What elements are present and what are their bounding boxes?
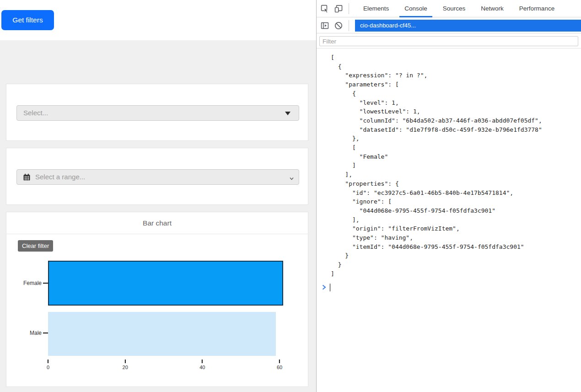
select-placeholder: Select... (23, 106, 48, 120)
x-axis-tick-20: 20 (123, 360, 128, 370)
chevron-down-icon (285, 112, 290, 115)
console-toolbar: cio-dashboard-cf45... (317, 18, 581, 33)
device-toolbar-icon[interactable] (334, 4, 343, 13)
dashboard-app-pane: Get filters Select... (0, 0, 316, 392)
x-axis-tick-40: 40 (199, 360, 205, 370)
x-axis-tick-60: 60 (277, 360, 282, 370)
tick-label: 40 (199, 365, 205, 370)
text-cursor (330, 284, 330, 291)
tab-performance[interactable]: Performance (511, 0, 562, 17)
select-filter-card: Select... (6, 84, 308, 141)
tick-label: 20 (123, 365, 128, 370)
bar-male[interactable] (48, 312, 276, 356)
tick-mark (279, 360, 280, 363)
console-filter-bar (317, 34, 581, 48)
category-label-female: Female (9, 280, 42, 286)
console-prompt[interactable] (317, 282, 581, 293)
bar-female-selected[interactable] (48, 261, 283, 306)
console-log-output: [ { "expression": "? in ?", "parameters"… (331, 53, 542, 279)
y-axis-tick-female (43, 283, 48, 284)
app-header: Get filters (0, 0, 316, 40)
devtools-tab-bar: Elements Console Sources Network Perform… (317, 0, 581, 17)
category-label-male: Male (9, 330, 42, 336)
clear-filter-button[interactable]: Clear filter (18, 240, 53, 252)
console-filter-input[interactable] (319, 36, 578, 46)
javascript-context-dropdown[interactable]: cio-dashboard-cf45... (355, 20, 581, 32)
tab-console[interactable]: Console (397, 0, 435, 17)
range-placeholder: Select a range... (35, 170, 85, 184)
screenshot-root: Get filters Select... (0, 0, 581, 392)
tick-mark (48, 360, 48, 363)
select-dropdown[interactable]: Select... (16, 105, 299, 121)
date-range-card: Select a range... (6, 148, 308, 205)
toolbar-divider (349, 20, 349, 31)
tab-elements[interactable]: Elements (355, 0, 397, 17)
inspect-element-icon[interactable] (320, 4, 329, 13)
tick-label: 0 (47, 365, 49, 370)
get-filters-button[interactable]: Get filters (1, 10, 54, 30)
calendar-icon (23, 173, 31, 183)
chevron-down-icon (289, 175, 294, 183)
x-axis-tick-0: 0 (47, 360, 49, 370)
tick-mark (202, 360, 203, 363)
y-axis-tick-male (43, 333, 48, 333)
tick-label: 60 (277, 365, 282, 370)
bar-chart-card: Bar chart Clear filter Female Male 0 20 (6, 212, 308, 387)
console-sidebar-icon[interactable] (320, 21, 329, 30)
date-range-picker[interactable]: Select a range... (16, 169, 299, 185)
active-tab-underline (399, 16, 432, 17)
tick-mark (125, 360, 126, 363)
clear-console-icon[interactable] (334, 21, 343, 30)
bar-chart-plot: Female Male 0 20 40 (6, 212, 308, 387)
tab-console-label: Console (404, 5, 427, 12)
toolbar-divider (349, 3, 349, 14)
devtools-pane: Elements Console Sources Network Perform… (316, 0, 581, 392)
tab-sources[interactable]: Sources (435, 0, 473, 17)
tab-network[interactable]: Network (473, 0, 511, 17)
devtools-tabs: Elements Console Sources Network Perform… (355, 0, 562, 17)
console-output-area: [ { "expression": "? in ?", "parameters"… (317, 49, 581, 392)
console-prompt-chevron-icon (322, 285, 327, 290)
